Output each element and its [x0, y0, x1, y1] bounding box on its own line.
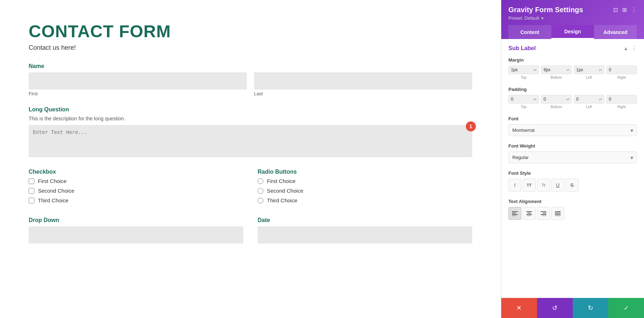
margin-right-input[interactable] [609, 67, 634, 72]
strikethrough-button[interactable]: S [566, 179, 579, 192]
name-label: Name [29, 63, 472, 69]
main-content: CONTACT FORM Contact us here! Name First… [0, 0, 501, 318]
form-title: CONTACT FORM [29, 21, 472, 41]
tab-design[interactable]: Design [551, 25, 594, 39]
preset-chevron-icon: ▾ [541, 16, 543, 21]
checkbox-label-1: First Choice [38, 178, 67, 184]
margin-top-label: Top [508, 76, 539, 80]
name-row: First Last [29, 72, 472, 96]
sublabel-section-header: Sub Label ▲ ⋮ [508, 45, 637, 52]
redo-button[interactable]: ↻ [573, 298, 609, 318]
padding-right-input[interactable] [609, 97, 634, 102]
tab-content[interactable]: Content [508, 25, 551, 39]
margin-left-label: Left [574, 76, 604, 80]
radio-label-3: Third Choice [267, 197, 297, 203]
checkbox-label-2: Second Choice [38, 188, 74, 194]
link-icon-left: ⇄ [599, 68, 602, 72]
checkbox-1[interactable] [29, 178, 34, 184]
font-row: Font Montserrat ▾ [508, 116, 637, 136]
font-weight-row: Font Weight Regular ▾ [508, 143, 637, 163]
checkbox-radio-section: Checkbox First Choice Second Choice Thir… [29, 169, 472, 207]
align-justify-button[interactable] [551, 207, 564, 220]
tab-advanced[interactable]: Advanced [594, 25, 637, 39]
preset-label: Preset: Default [508, 15, 539, 21]
margin-side-labels: Top Bottom Left Right [508, 76, 637, 80]
two-col-row: Checkbox First Choice Second Choice Thir… [29, 169, 472, 207]
margin-bottom-input[interactable] [543, 67, 565, 72]
date-input[interactable] [258, 226, 472, 244]
checkbox-col: Checkbox First Choice Second Choice Thir… [29, 169, 243, 207]
padding-left-input-wrap: ⇄ [574, 95, 604, 103]
dropdown-select[interactable] [29, 226, 243, 244]
uppercase-button[interactable]: TT [523, 179, 536, 192]
padding-right-input-wrap [606, 95, 637, 103]
radio-label-1: First Choice [267, 178, 296, 184]
form-subtitle: Contact us here! [29, 44, 472, 52]
padding-left-input[interactable] [576, 97, 597, 102]
radio-label: Radio Buttons [258, 169, 472, 175]
margin-bottom-label: Bottom [541, 76, 571, 80]
last-name-field: Last [254, 72, 472, 96]
font-weight-select[interactable]: Regular [508, 151, 637, 163]
margin-top-input[interactable] [511, 67, 532, 72]
cancel-button[interactable]: ✕ [501, 298, 537, 318]
section-dots-icon[interactable]: ⋮ [631, 45, 637, 52]
long-question-label: Long Question [29, 106, 472, 113]
margin-label: Margin [508, 57, 637, 63]
font-select-wrap: Montserrat ▾ [508, 124, 637, 136]
panel-icon-more[interactable]: ⋮ [631, 6, 637, 13]
sublabel-section-title: Sub Label [508, 45, 536, 52]
padding-link-bottom: ⇄ [566, 97, 569, 101]
date-label: Date [258, 217, 472, 223]
align-right-button[interactable] [537, 207, 550, 220]
checkbox-item-2: Second Choice [29, 188, 243, 194]
radio-1[interactable] [258, 178, 263, 184]
section-controls: ▲ ⋮ [623, 45, 637, 52]
align-left-button[interactable] [508, 207, 521, 220]
reset-button[interactable]: ↺ [537, 298, 573, 318]
badge: 1 [466, 121, 476, 131]
section-chevron-icon[interactable]: ▲ [623, 45, 628, 51]
margin-right-label: Right [606, 76, 637, 80]
font-style-buttons: I TT Tt U S [508, 179, 637, 192]
panel-icons: ⊡ ⊞ ⋮ [613, 6, 637, 13]
dropdown-date-section: Drop Down Date [29, 217, 472, 244]
radio-2[interactable] [258, 188, 263, 194]
radio-col: Radio Buttons First Choice Second Choice… [258, 169, 472, 207]
padding-bottom-input[interactable] [543, 97, 565, 102]
font-style-row: Font Style I TT Tt U S [508, 170, 637, 192]
checkbox-3[interactable] [29, 198, 34, 203]
margin-row: Margin ⇄ ⇄ ⇄ Top [508, 57, 637, 80]
italic-button[interactable]: I [508, 179, 521, 192]
link-icon-top: ⇄ [533, 68, 536, 72]
margin-left-input[interactable] [576, 67, 597, 72]
font-select[interactable]: Montserrat [508, 124, 637, 136]
underline-button[interactable]: U [551, 179, 564, 192]
margin-grid: ⇄ ⇄ ⇄ [508, 66, 637, 74]
first-name-input[interactable] [29, 72, 247, 90]
padding-link-left: ⇄ [599, 97, 602, 101]
name-section: Name First Last [29, 63, 472, 96]
padding-top-input[interactable] [511, 97, 532, 102]
capitalize-button[interactable]: Tt [537, 179, 550, 192]
right-panel: Gravity Form Settings ⊡ ⊞ ⋮ Preset: Defa… [501, 0, 644, 318]
preset-row: Preset: Default ▾ [508, 15, 637, 21]
textarea-wrapper: 1 [29, 125, 472, 159]
padding-link-top: ⇄ [533, 97, 536, 101]
panel-icon-columns[interactable]: ⊞ [622, 6, 627, 13]
last-name-input[interactable] [254, 72, 472, 90]
long-question-textarea[interactable] [29, 125, 472, 157]
checkbox-2[interactable] [29, 188, 34, 194]
align-center-button[interactable] [523, 207, 536, 220]
panel-title-row: Gravity Form Settings ⊡ ⊞ ⋮ [508, 6, 637, 14]
font-weight-select-wrap: Regular ▾ [508, 151, 637, 163]
checkbox-label: Checkbox [29, 169, 243, 175]
panel-icon-square[interactable]: ⊡ [613, 6, 618, 13]
radio-3[interactable] [258, 198, 263, 203]
margin-top-input-wrap: ⇄ [508, 66, 539, 74]
padding-top-input-wrap: ⇄ [508, 95, 539, 103]
text-alignment-label: Text Alignment [508, 199, 637, 204]
save-button[interactable]: ✓ [608, 298, 644, 318]
long-question-section: Long Question This is the description fo… [29, 106, 472, 159]
radio-item-3: Third Choice [258, 197, 472, 203]
